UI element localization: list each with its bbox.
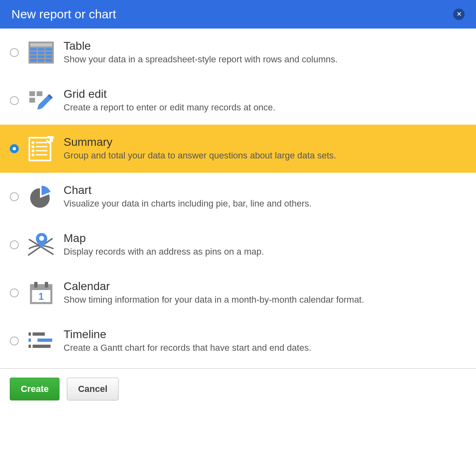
option-desc: Display records with an address as pins … bbox=[64, 246, 466, 258]
radio-timeline[interactable] bbox=[10, 336, 19, 345]
svg-rect-4 bbox=[46, 48, 52, 51]
option-table[interactable]: Table Show your data in a spreadsheet-st… bbox=[0, 29, 476, 77]
svg-rect-42 bbox=[29, 339, 31, 342]
option-chart[interactable]: Chart Visualize your data in charts incl… bbox=[0, 173, 476, 221]
svg-rect-10 bbox=[46, 55, 52, 58]
option-desc: Show timing information for your data in… bbox=[64, 294, 466, 306]
svg-rect-9 bbox=[38, 55, 44, 58]
dialog-footer: Create Cancel bbox=[0, 369, 476, 412]
dialog-title: New report or chart bbox=[11, 7, 116, 21]
svg-point-32 bbox=[39, 236, 44, 241]
option-calendar[interactable]: 1 Calendar Show timing information for y… bbox=[0, 269, 476, 317]
svg-rect-6 bbox=[38, 52, 44, 54]
svg-rect-39 bbox=[33, 332, 45, 336]
svg-rect-36 bbox=[45, 282, 48, 288]
svg-rect-11 bbox=[30, 59, 37, 62]
svg-rect-41 bbox=[33, 345, 51, 348]
option-grid-edit[interactable]: Grid edit Create a report to enter or ed… bbox=[0, 77, 476, 125]
dialog-header: New report or chart ✕ bbox=[0, 0, 476, 29]
svg-text:1: 1 bbox=[38, 291, 44, 302]
option-summary[interactable]: Summary Group and total your data to ans… bbox=[0, 125, 476, 173]
option-title: Map bbox=[64, 232, 466, 245]
radio-chart[interactable] bbox=[10, 192, 19, 201]
option-map[interactable]: Map Display records with an address as p… bbox=[0, 221, 476, 269]
radio-table[interactable] bbox=[10, 48, 19, 57]
svg-rect-12 bbox=[38, 59, 44, 62]
svg-rect-40 bbox=[29, 345, 31, 348]
svg-rect-3 bbox=[38, 48, 44, 51]
option-title: Summary bbox=[64, 136, 466, 149]
svg-rect-14 bbox=[29, 91, 35, 96]
option-title: Table bbox=[64, 40, 466, 53]
svg-rect-16 bbox=[29, 98, 35, 103]
svg-rect-38 bbox=[29, 332, 31, 336]
svg-rect-5 bbox=[30, 52, 37, 54]
new-report-dialog: New report or chart ✕ bbox=[0, 0, 476, 412]
svg-rect-1 bbox=[30, 43, 52, 46]
radio-map[interactable] bbox=[10, 240, 19, 249]
grid-edit-icon bbox=[26, 86, 56, 116]
svg-rect-34 bbox=[31, 285, 51, 290]
option-desc: Create a report to enter or edit many re… bbox=[64, 101, 466, 114]
report-type-options: Table Show your data in a spreadsheet-st… bbox=[0, 29, 476, 365]
svg-point-27 bbox=[32, 154, 34, 156]
svg-rect-8 bbox=[30, 55, 37, 58]
svg-point-23 bbox=[32, 146, 34, 147]
svg-rect-2 bbox=[30, 48, 37, 51]
svg-point-21 bbox=[32, 142, 34, 143]
chart-icon bbox=[26, 182, 56, 212]
option-title: Grid edit bbox=[64, 88, 466, 101]
close-button[interactable]: ✕ bbox=[453, 9, 465, 20]
svg-rect-43 bbox=[37, 339, 52, 342]
svg-rect-15 bbox=[37, 91, 42, 96]
option-title: Chart bbox=[64, 184, 466, 197]
option-title: Calendar bbox=[64, 280, 466, 293]
summary-icon bbox=[26, 134, 56, 164]
cancel-button[interactable]: Cancel bbox=[67, 378, 118, 400]
option-desc: Visualize your data in charts including … bbox=[64, 198, 466, 210]
calendar-icon: 1 bbox=[26, 278, 56, 308]
option-desc: Create a Gantt chart for records that ha… bbox=[64, 342, 466, 354]
option-title: Timeline bbox=[64, 328, 466, 341]
radio-calendar[interactable] bbox=[10, 288, 19, 297]
option-desc: Group and total your data to answer ques… bbox=[64, 150, 466, 162]
svg-rect-35 bbox=[34, 282, 37, 288]
map-icon bbox=[26, 230, 56, 260]
svg-rect-13 bbox=[46, 59, 52, 62]
table-icon bbox=[26, 37, 56, 68]
svg-point-25 bbox=[32, 150, 34, 152]
option-timeline[interactable]: Timeline Create a Gantt chart for record… bbox=[0, 317, 476, 365]
create-button[interactable]: Create bbox=[10, 378, 60, 400]
option-desc: Show your data in a spreadsheet-style re… bbox=[64, 53, 466, 66]
svg-rect-7 bbox=[46, 52, 52, 54]
radio-grid-edit[interactable] bbox=[10, 96, 19, 105]
timeline-icon bbox=[26, 326, 56, 356]
radio-summary[interactable] bbox=[10, 144, 19, 153]
close-icon: ✕ bbox=[456, 11, 462, 18]
